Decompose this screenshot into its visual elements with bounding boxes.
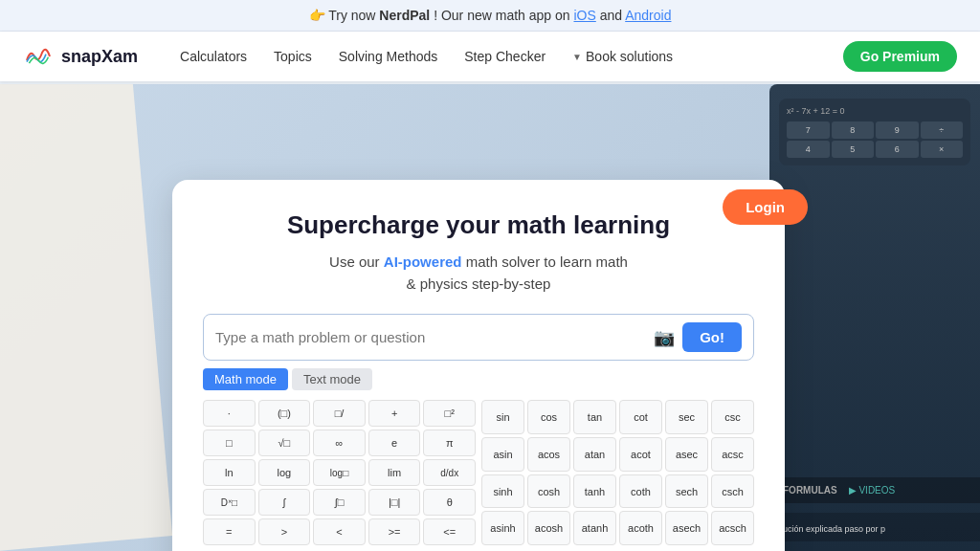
kb-lim[interactable]: lim	[368, 459, 421, 486]
kb-atanh[interactable]: atanh	[573, 511, 616, 545]
dropdown-arrow-icon: ▼	[572, 52, 582, 62]
logo-area[interactable]: snapXam	[23, 45, 138, 68]
nav-book-solutions-label: Book solutions	[586, 49, 673, 64]
subtitle-text1: Use our	[329, 253, 384, 270]
kb-log[interactable]: log	[258, 459, 311, 486]
kb-acsch[interactable]: acsch	[711, 511, 754, 545]
kb-theta[interactable]: θ	[423, 489, 476, 516]
keyboard-left: · (□) □/ + □² □ √□ ∞ e π ln log log□ lim…	[203, 400, 476, 545]
kb-asech[interactable]: asech	[665, 511, 708, 545]
solution-text: ución explicada paso por p	[783, 524, 885, 534]
hero-title: Supercharge your math learning	[203, 210, 754, 240]
tab-text-mode[interactable]: Text mode	[292, 368, 372, 390]
kb-tan[interactable]: tan	[573, 400, 616, 434]
banner-android-link[interactable]: Android	[625, 8, 671, 23]
kb-intbox[interactable]: ∫□	[313, 489, 366, 516]
kb-lt[interactable]: <	[313, 518, 366, 545]
kb-acoth[interactable]: acoth	[619, 511, 662, 545]
go-button[interactable]: Go!	[682, 322, 742, 352]
phone-mockup: x² - 7x + 12 = 0 7 8 9 ÷ 4 5 6 × FORMULA…	[769, 84, 980, 551]
phone-key: ×	[921, 141, 964, 158]
logo-text: snapXam	[61, 47, 138, 67]
kb-csch[interactable]: csch	[711, 474, 754, 509]
kb-csc[interactable]: csc	[711, 400, 754, 434]
kb-cot[interactable]: cot	[619, 400, 662, 434]
camera-icon[interactable]: 📷	[654, 327, 675, 348]
nav-links: Calculators Topics Solving Methods Step …	[168, 43, 843, 70]
equation-display: x² - 7x + 12 = 0	[787, 106, 963, 116]
kb-acos[interactable]: acos	[527, 437, 570, 472]
banner-brand: NerdPal	[379, 8, 430, 23]
nav-calculators[interactable]: Calculators	[168, 43, 258, 70]
phone-key: ÷	[921, 121, 964, 139]
kb-cos[interactable]: cos	[527, 400, 570, 434]
kb-box[interactable]: □	[203, 430, 256, 456]
kb-e[interactable]: e	[368, 430, 421, 456]
kb-sech[interactable]: sech	[665, 474, 708, 509]
kb-eq[interactable]: =	[203, 518, 256, 545]
kb-tanh[interactable]: tanh	[573, 474, 616, 509]
banner-text1: Try now	[328, 8, 379, 23]
kb-dx[interactable]: Dˣ□	[203, 489, 256, 516]
formulas-label[interactable]: FORMULAS	[783, 485, 837, 496]
banner-text2: ! Our new math app on	[434, 8, 573, 23]
nav-step-checker[interactable]: Step Checker	[453, 43, 557, 70]
mode-tabs: Math mode Text mode	[203, 368, 754, 390]
kb-coth[interactable]: coth	[619, 474, 662, 509]
paper-texture	[0, 84, 172, 551]
kb-sec[interactable]: sec	[665, 400, 708, 434]
logo-icon	[23, 45, 54, 68]
kb-atan[interactable]: atan	[573, 437, 616, 472]
tab-math-mode[interactable]: Math mode	[203, 368, 288, 390]
phone-key: 5	[832, 141, 875, 158]
main-card: Supercharge your math learning Use our A…	[172, 180, 785, 551]
phone-bottom-bar: FORMULAS ▶ VIDEOS	[769, 477, 980, 503]
kb-sqrt[interactable]: √□	[258, 430, 311, 456]
nav-solving-methods[interactable]: Solving Methods	[327, 43, 450, 70]
banner-and: and	[600, 8, 625, 23]
navbar: snapXam Calculators Topics Solving Metho…	[0, 32, 980, 81]
kb-asin[interactable]: asin	[481, 437, 524, 472]
kb-gte[interactable]: >=	[368, 518, 421, 545]
kb-cosh[interactable]: cosh	[527, 474, 570, 509]
kb-paren[interactable]: (□)	[258, 400, 311, 427]
kb-ddx[interactable]: d/dx	[423, 459, 476, 486]
subtitle-ai-powered: AI-powered	[384, 253, 462, 270]
keyboard-right: sin cos tan cot sec csc asin acos atan a…	[481, 400, 754, 545]
kb-asinh[interactable]: asinh	[481, 511, 524, 545]
phone-key: 7	[787, 121, 830, 139]
kb-sq[interactable]: □²	[423, 400, 476, 427]
kb-acosh[interactable]: acosh	[527, 511, 570, 545]
solution-step-banner: ución explicada paso por p	[769, 513, 980, 541]
kb-int[interactable]: ∫	[258, 489, 311, 516]
banner-emoji: 👉	[309, 8, 325, 23]
kb-asec[interactable]: asec	[665, 437, 708, 472]
premium-button[interactable]: Go Premium	[843, 41, 957, 72]
phone-screen: x² - 7x + 12 = 0 7 8 9 ÷ 4 5 6 ×	[779, 99, 970, 165]
kb-acsc[interactable]: acsc	[711, 437, 754, 472]
kb-abs[interactable]: |□|	[368, 489, 421, 516]
nav-book-solutions[interactable]: ▼ Book solutions	[561, 43, 684, 70]
phone-key: 8	[832, 121, 875, 139]
top-banner: 👉 Try now NerdPal ! Our new math app on …	[0, 0, 980, 32]
kb-sinh[interactable]: sinh	[481, 474, 524, 509]
phone-key: 4	[787, 141, 830, 158]
nav-topics[interactable]: Topics	[262, 43, 323, 70]
videos-label[interactable]: ▶ VIDEOS	[849, 485, 896, 496]
kb-gt[interactable]: >	[258, 518, 311, 545]
kb-lte[interactable]: <=	[423, 518, 476, 545]
search-input[interactable]	[215, 329, 654, 345]
kb-inf[interactable]: ∞	[313, 430, 366, 456]
kb-ln[interactable]: ln	[203, 459, 256, 486]
hero-subtitle: Use our AI-powered math solver to learn …	[203, 252, 754, 295]
banner-ios-link[interactable]: iOS	[573, 8, 595, 23]
kb-acot[interactable]: acot	[619, 437, 662, 472]
kb-pi[interactable]: π	[423, 430, 476, 456]
phone-keypad: 7 8 9 ÷ 4 5 6 ×	[787, 121, 963, 158]
kb-frac[interactable]: □/	[313, 400, 366, 427]
kb-logbox[interactable]: log□	[313, 459, 366, 486]
login-button[interactable]: Login	[723, 189, 808, 225]
kb-plus[interactable]: +	[368, 400, 421, 427]
kb-sin[interactable]: sin	[481, 400, 524, 434]
kb-dot[interactable]: ·	[203, 400, 256, 427]
